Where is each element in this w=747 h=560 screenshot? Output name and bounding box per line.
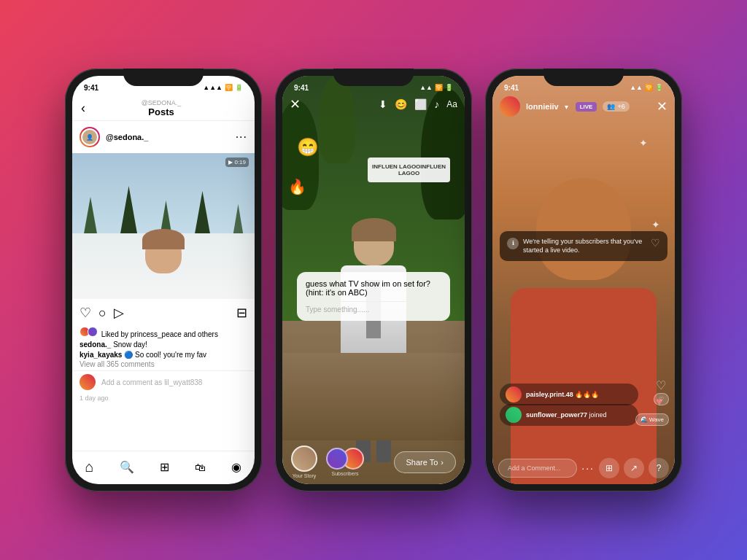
live-bottom-bar: Add a Comment... ··· ⊞ ↗ ?	[492, 458, 675, 478]
add-comment-input[interactable]: Add a comment as lil_wyatt838	[101, 378, 247, 386]
your-story-label: Your Story	[293, 473, 316, 478]
sparkle-2: ✦	[651, 219, 660, 230]
sticker-icon[interactable]: ⬜	[414, 98, 427, 110]
post-time: 1 day ago	[72, 393, 255, 406]
live-notification: ℹ We're telling your subscribers that yo…	[500, 231, 667, 261]
commenter-2: sunflower_power77	[526, 411, 587, 419]
bookmark-button[interactable]: ⊟	[236, 305, 247, 321]
view-all-comments[interactable]: View all 365 comments	[72, 360, 255, 370]
sparkle-1: ✦	[639, 137, 648, 149]
signal-3: ▲▲	[630, 84, 643, 91]
wave-button-2[interactable]: 🌊 Wave	[635, 413, 669, 426]
like-avatar-2	[88, 327, 98, 337]
selfie-person	[138, 233, 189, 292]
back-button[interactable]: ‹	[81, 101, 85, 116]
user-avatar	[80, 374, 96, 390]
live-comment-1: paisley.print.48 🔥🔥🔥	[500, 384, 638, 405]
story-caption-input[interactable]: Type something......	[306, 301, 441, 314]
download-icon[interactable]: ⬇	[379, 98, 387, 110]
nav-search[interactable]: 🔍	[120, 460, 134, 474]
signal-icon: ▲▲▲	[203, 84, 222, 91]
post-user-row: 👤 @sedona._ ···	[72, 121, 255, 153]
more-options-button[interactable]: ···	[581, 462, 595, 474]
notification-heart-icon[interactable]: ♡	[651, 237, 660, 249]
heart-icon-sm: ♡	[659, 396, 664, 402]
help-icon: ?	[657, 463, 662, 473]
status-icons-1: ▲▲▲ 🛜 🔋	[203, 84, 243, 91]
likes-text: Liked by princess_peace and others	[101, 330, 218, 338]
share-arrow-icon: ›	[441, 458, 444, 467]
likes-avatars	[80, 327, 96, 337]
time-2: 9:41	[294, 84, 309, 92]
comment-text-2: sunflower_power77 joined	[526, 411, 607, 419]
share-icon: ↗	[630, 463, 638, 473]
post-username[interactable]: @sedona._	[106, 133, 236, 141]
post-avatar[interactable]: 👤	[80, 127, 100, 147]
wifi-3: 🛜	[645, 84, 653, 91]
story-floor	[282, 353, 465, 440]
post-more-button[interactable]: ···	[236, 131, 247, 144]
status-icons-3: ▲▲ 🛜 🔋	[630, 84, 663, 91]
phone-3: ✦ ✦ 9:41 ▲▲ 🛜 🔋 lonnieiiv ▾ LIVE 👥 +6 ✕	[485, 69, 682, 491]
story-close-button[interactable]: ✕	[290, 96, 301, 112]
subscribers-button[interactable]: Subscribers	[326, 448, 364, 476]
screen-2: INFLUEN LAGOOINFLUENLAGOO 😁 🔥 9:41 ▲▲ 🛜 …	[282, 76, 465, 484]
wave-label: 🌊 Wave	[640, 416, 664, 423]
post-caption: sedona._ Snow day!	[72, 341, 255, 351]
caption-text: Snow day!	[113, 341, 147, 349]
emoji-overlay-2: 🔥	[288, 178, 306, 195]
profile-username: @SEDONA._	[91, 99, 231, 106]
signal-2: ▲▲	[419, 84, 433, 91]
share-to-button[interactable]: Share To ›	[394, 451, 457, 473]
comment-button[interactable]: ○	[98, 306, 107, 321]
add-comment-row: Add a comment as lil_wyatt838	[72, 370, 255, 393]
caption-username: sedona._	[80, 341, 111, 349]
music-icon[interactable]: ♪	[434, 98, 439, 110]
nav-new-post[interactable]: ⊞	[160, 460, 169, 474]
live-help-button[interactable]: ?	[649, 458, 669, 478]
status-icons-2: ▲▲ 🛜 🔋	[419, 84, 453, 91]
posts-label: Posts	[91, 106, 231, 117]
phone-2: INFLUEN LAGOOINFLUENLAGOO 😁 🔥 9:41 ▲▲ 🛜 …	[275, 69, 472, 491]
live-close-button[interactable]: ✕	[657, 98, 667, 114]
time-1: 9:41	[84, 84, 98, 92]
nav-home[interactable]: ⌂	[85, 459, 94, 475]
wifi-icon: 🛜	[225, 84, 233, 91]
wave-button-1[interactable]: ♡	[654, 393, 669, 405]
like-button[interactable]: ♡	[80, 305, 91, 321]
sub-avatar-1	[326, 448, 348, 470]
story-caption-text: guess what TV show im on set for? (hint:…	[306, 279, 441, 297]
comment-text: 🔵 So cool! you're my fav	[124, 351, 206, 359]
your-story-button[interactable]: Your Story	[291, 446, 317, 478]
share-button[interactable]: ▷	[114, 305, 124, 321]
live-share-button[interactable]: ↗	[624, 458, 644, 478]
text-icon[interactable]: Aa	[446, 99, 457, 109]
info-icon: ℹ	[507, 238, 519, 249]
comment-text-1: paisley.print.48 🔥🔥🔥	[526, 391, 599, 398]
wifi-2: 🛜	[435, 84, 443, 91]
comment-avatar-1	[506, 386, 522, 402]
live-comment-2: sunflower_power77 joined	[500, 404, 638, 426]
subscribers-label: Subscribers	[332, 471, 359, 476]
live-username[interactable]: lonnieiiv	[526, 102, 559, 111]
time-3: 9:41	[504, 84, 519, 92]
screen-3: ✦ ✦ 9:41 ▲▲ 🛜 🔋 lonnieiiv ▾ LIVE 👥 +6 ✕	[492, 76, 675, 484]
post-actions: ♡ ○ ▷ ⊟	[72, 299, 255, 327]
video-indicator: ▶ 0:19	[225, 158, 249, 167]
story-bottom-bar: Your Story Subscribers Share To ›	[282, 446, 465, 478]
emoji-icon[interactable]: 😊	[395, 98, 407, 110]
nav-profile[interactable]: ◉	[231, 460, 241, 474]
battery-icon: 🔋	[235, 84, 243, 91]
nav-shop[interactable]: 🛍	[195, 461, 206, 473]
add-comment-button[interactable]: Add a Comment...	[498, 459, 577, 478]
your-story-avatar	[291, 446, 317, 472]
live-viewers: 👥 +6	[603, 101, 629, 112]
status-bar-2: 9:41 ▲▲ 🛜 🔋	[282, 76, 465, 96]
live-add-user-button[interactable]: ⊞	[599, 458, 619, 478]
commenter-1: paisley.print.48	[526, 391, 573, 398]
post-likes: Liked by princess_peace and others	[72, 327, 255, 341]
share-to-label: Share To	[406, 458, 438, 467]
live-user-avatar[interactable]	[500, 96, 520, 117]
post-comment: kyia_kayaks 🔵 So cool! you're my fav	[72, 351, 255, 360]
notch-1	[123, 69, 204, 86]
